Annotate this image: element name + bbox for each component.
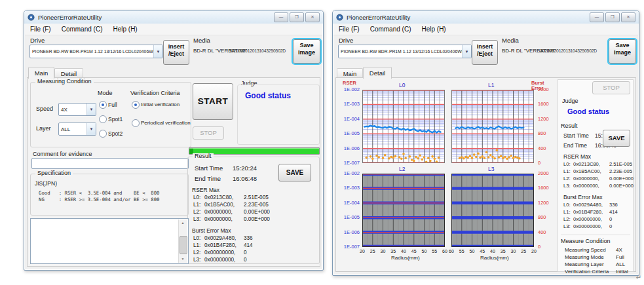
radius-tick: 35 <box>501 249 506 254</box>
menu-file[interactable]: File (F) <box>339 26 360 33</box>
rser-axis-name: RSER <box>343 81 356 86</box>
chart-title-L0: L0 <box>399 83 405 88</box>
scroll-down-icon[interactable]: ▼ <box>180 256 186 262</box>
insert-eject-button[interactable]: Insert /Eject <box>472 40 498 65</box>
evidence-listbox[interactable]: ▲ ▼ <box>30 218 189 264</box>
insert-eject-line2: /Eject <box>164 50 189 58</box>
divider <box>561 235 630 235</box>
radius-tick: 40 <box>401 249 406 254</box>
rser-tick: 1E-005 <box>340 215 360 220</box>
burst-error-tick: 1600 <box>538 102 549 107</box>
insert-eject-button[interactable]: Insert /Eject <box>163 40 189 65</box>
titlebar[interactable]: PioneerErrorRateUtility — ❐ ✕ <box>333 10 639 24</box>
save-button[interactable]: SAVE <box>278 164 311 181</box>
menu-command[interactable]: Command (C) <box>62 26 103 33</box>
radius-tick: 50 <box>470 249 475 254</box>
radius-axis-label: Radius(mm) <box>391 256 420 261</box>
menu-help[interactable]: Help (H) <box>113 26 137 33</box>
scrollbar[interactable]: ▲ ▼ <box>178 219 187 263</box>
drive-select[interactable]: PIONEER BD-RW BDR-PR1M 1.12 13/12/16 LCD… <box>338 45 472 58</box>
burst-error-tick: 2000 <box>538 87 549 92</box>
chevron-down-icon: ▼ <box>86 104 96 115</box>
burst-error-tick: 800 <box>538 215 546 220</box>
chevron-down-icon: ▼ <box>153 45 162 58</box>
radio-mode-spot2[interactable] <box>99 130 107 138</box>
burst-max-row: L2:0x00000000,0 <box>193 250 247 256</box>
save-image-button[interactable]: Save Image <box>293 39 320 64</box>
speed-select[interactable]: 4X ▼ <box>58 103 96 116</box>
window-controls: — ❐ ✕ <box>590 12 635 22</box>
burst-max-row: L3:0x00000000,0 <box>193 257 247 263</box>
specification-label: Specification <box>35 170 73 176</box>
window-main: PioneerErrorRateUtility — ❐ ✕ File (F) C… <box>24 10 324 271</box>
radius-tick: 30 <box>381 249 386 254</box>
burst-error-tick: 800 <box>538 131 546 136</box>
maximize-icon[interactable]: ❐ <box>290 12 304 22</box>
insert-eject-line1: Insert <box>472 43 497 50</box>
radio-mode-full-label: Full <box>108 102 117 108</box>
menu-file[interactable]: File (F) <box>30 26 51 33</box>
detail-tab-page: RSER Burst Error L0L1L2L31E-00220001E-00… <box>335 77 636 272</box>
end-time-label: End Time <box>563 143 587 149</box>
chevron-down-icon: ▼ <box>86 123 96 135</box>
measure-condition-value: Full <box>616 255 624 260</box>
save-image-line1: Save <box>609 42 635 49</box>
chart-title-L3: L3 <box>488 166 494 172</box>
menu-help[interactable]: Help (H) <box>421 26 445 33</box>
measure-condition-key: Measuring Layer <box>565 262 604 267</box>
rser-max-row: L2:0x0000000,0.00E+000 <box>563 176 634 181</box>
rser-max-row: L3:0x0000000,0.00E+000 <box>563 183 634 189</box>
stop-button[interactable]: STOP <box>592 81 630 94</box>
rser-tick: 1E-004 <box>340 117 360 122</box>
radio-periodical-verification[interactable] <box>132 119 140 127</box>
rser-tick: 1E-003 <box>340 185 360 191</box>
radius-axis-label: Radius(mm) <box>480 256 509 261</box>
save-image-button[interactable]: Save Image <box>609 39 636 64</box>
result-group: Result Start Time 15:20:24 End Time 16:0… <box>187 157 320 264</box>
menu-command[interactable]: Command (C) <box>370 26 411 33</box>
burst-max-label: Burst Error Max <box>563 195 603 200</box>
rser-tick: 1E-005 <box>340 131 360 136</box>
rser-max-label: RSER Max <box>563 154 591 160</box>
chart-L3 <box>451 174 534 247</box>
chart-area: RSER Burst Error L0L1L2L31E-00220001E-00… <box>340 81 556 269</box>
chart-title-L1: L1 <box>488 83 494 88</box>
titlebar[interactable]: PioneerErrorRateUtility — ❐ ✕ <box>24 10 323 24</box>
measuring-condition-group: Measuring Condition Speed 4X ▼ Layer ALL… <box>30 82 191 147</box>
spec-ng-line: NG : RSER >= 3.5E-004 and/or BE >= 800 <box>39 197 160 203</box>
radius-tick: 60 <box>449 249 454 254</box>
mode-label: Mode <box>98 90 113 96</box>
start-time-label: Start Time <box>195 165 223 172</box>
minimize-icon[interactable]: — <box>274 12 288 22</box>
scroll-up-icon[interactable]: ▲ <box>180 220 186 226</box>
close-icon[interactable]: ✕ <box>305 12 320 22</box>
burst-max-row: L1:0x01B4F280,414 <box>563 210 618 215</box>
end-time-value: 16:06:48 <box>233 176 257 182</box>
comment-input[interactable] <box>31 158 189 169</box>
tab-detail[interactable]: Detail <box>363 67 392 79</box>
tab-main[interactable]: Main <box>28 67 54 79</box>
result-label: Result <box>193 153 214 159</box>
scrollbar-thumb[interactable] <box>180 236 187 254</box>
chart-L0 <box>362 90 445 163</box>
radio-mode-spot1[interactable] <box>99 115 107 123</box>
stop-button[interactable]: STOP <box>193 126 224 140</box>
save-button[interactable]: SAVE <box>603 130 630 147</box>
rser-tick: 1E-007 <box>340 161 360 166</box>
radio-initial-verification[interactable] <box>132 101 140 109</box>
insert-eject-line1: Insert <box>164 43 189 50</box>
radius-tick: 25 <box>521 249 526 254</box>
minimize-icon[interactable]: — <box>590 12 604 22</box>
radio-mode-full[interactable] <box>99 101 107 109</box>
drive-select[interactable]: PIONEER BD-RW BDR-PR1M 1.12 13/12/16 LCD… <box>29 45 163 58</box>
verification-criteria-label: Verification Criteria <box>130 90 180 96</box>
judge-status: Good status <box>245 91 291 100</box>
start-button[interactable]: START <box>193 83 233 120</box>
radius-tick: 55 <box>459 249 464 254</box>
detail-sidebar: STOP Judge Good status Result Start Time… <box>558 79 634 272</box>
close-icon[interactable]: ✕ <box>621 12 635 22</box>
maximize-icon[interactable]: ❐ <box>605 12 620 22</box>
layer-select[interactable]: ALL ▼ <box>58 123 96 136</box>
result-label: Result <box>561 123 578 129</box>
rser-tick: 1E-003 <box>340 102 360 107</box>
